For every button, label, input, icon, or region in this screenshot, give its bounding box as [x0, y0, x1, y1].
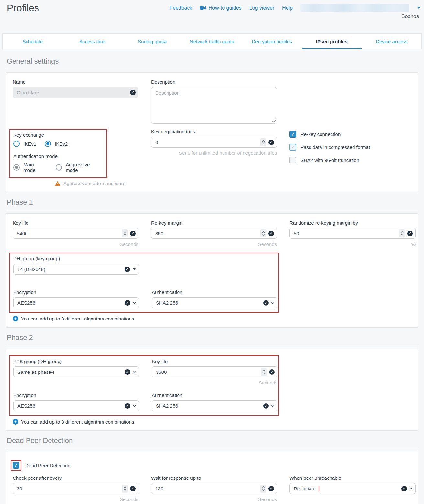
wait-response-group: Wait for response up to 120 Seconds [151, 475, 277, 502]
account-selector[interactable] [300, 4, 409, 12]
radio-aggressive-mode[interactable] [56, 164, 62, 171]
tab-surfing-quota[interactable]: Surfing quota [122, 34, 182, 49]
key-life-unit: Seconds [13, 241, 138, 247]
radio-ikev1[interactable] [13, 141, 20, 147]
checkbox-unchecked-icon [289, 157, 296, 163]
pfs-group-label: PFS group (DH group) [13, 359, 139, 364]
rekey-margin-unit: Seconds [151, 241, 277, 247]
auth-mode-label: Authentication mode [13, 153, 103, 159]
section-title: Phase 1 [6, 198, 418, 210]
pfs-group-value: Same as phase-I [17, 369, 123, 375]
number-stepper[interactable] [260, 229, 266, 237]
check-circle-icon [130, 486, 136, 491]
feedback-link[interactable]: Feedback [169, 5, 192, 11]
tab-ipsec-profiles[interactable]: IPsec profiles [302, 34, 362, 49]
authentication-select[interactable]: SHA2 256 [152, 400, 277, 411]
unreachable-value: Re-initiate [294, 486, 316, 491]
unreachable-group: When peer unreachable Re-initiate [289, 475, 416, 494]
check-circle-icon [130, 90, 136, 95]
tab-decryption-profiles[interactable]: Decryption profiles [242, 34, 302, 49]
plus-circle-icon [13, 316, 18, 321]
rekey-connection-checkbox[interactable]: Re-key connection [289, 131, 416, 138]
sha2-truncation-checkbox[interactable]: SHA2 with 96-bit truncation [289, 157, 416, 163]
key-negotiation-input[interactable]: 0 [151, 137, 277, 148]
help-link[interactable]: Help [282, 5, 293, 11]
annotation-box: Re-initiate [294, 486, 319, 491]
check-circle-icon [130, 231, 136, 236]
key-life-label: Key life [152, 359, 277, 364]
description-textarea[interactable] [151, 87, 277, 124]
add-combination-text: You can add up to 3 different algorithm … [21, 316, 134, 321]
checkbox-unchecked-icon [289, 144, 296, 151]
randomize-input[interactable]: 50 [289, 228, 416, 239]
chevron-down-icon [271, 405, 275, 407]
check-peer-value: 30 [17, 486, 120, 491]
unreachable-select[interactable]: Re-initiate [289, 483, 416, 494]
number-stepper[interactable] [122, 229, 128, 237]
encryption-select[interactable]: AES256 [13, 400, 139, 411]
rekey-margin-value: 360 [155, 231, 258, 236]
key-exchange-group: Key exchange IKEv1 IKEv2 Authentication … [13, 129, 138, 186]
name-input[interactable]: Cloudflare [13, 87, 138, 98]
check-circle-icon [268, 486, 274, 491]
page-header: Profiles Feedback How-to guides Log view… [0, 0, 424, 31]
number-stepper[interactable] [260, 485, 266, 493]
add-combination-note[interactable]: You can add up to 3 different algorithm … [13, 316, 415, 321]
add-combination-note[interactable]: You can add up to 3 different algorithm … [13, 419, 415, 425]
general-settings-card: Name Cloudflare Description [6, 72, 418, 192]
encryption-group: Encryption AES256 [13, 393, 139, 411]
wait-input[interactable]: 120 [151, 483, 277, 494]
wait-unit: Seconds [151, 497, 277, 502]
phase1-section: Phase 1 Key life 5400 Seconds [6, 198, 418, 328]
key-life-value: 5400 [17, 231, 120, 236]
dh-group-value: 14 (DH2048) [17, 267, 122, 272]
tab-network-traffic-quota[interactable]: Network traffic quota [182, 34, 242, 49]
tab-schedule[interactable]: Schedule [3, 34, 62, 49]
encryption-group: Encryption AES256 [13, 289, 139, 308]
compressed-format-label: Pass data in compressed format [300, 144, 370, 150]
check-peer-input[interactable]: 30 [13, 483, 138, 494]
tab-access-time[interactable]: Access time [62, 34, 122, 49]
dh-group-select[interactable]: 14 (DH2048) [13, 264, 139, 275]
encryption-select[interactable]: AES256 [13, 297, 139, 308]
number-stepper[interactable] [122, 485, 128, 493]
howto-guides-link[interactable]: How-to guides [200, 5, 241, 11]
ikev1-label: IKEv1 [23, 141, 36, 147]
name-label: Name [13, 79, 138, 85]
radio-main-mode[interactable] [13, 164, 20, 171]
annotation-box: DH group (key group) 14 (DH2048) Encrypt… [9, 253, 279, 313]
chevron-down-icon [409, 488, 413, 490]
authentication-select[interactable]: SHA2 256 [152, 297, 277, 308]
dpd-checkbox[interactable] [13, 462, 19, 469]
brand-label: Sophos [401, 14, 419, 19]
tab-bar: Schedule Access time Surfing quota Netwo… [2, 33, 422, 49]
rekey-margin-input[interactable]: 360 [151, 228, 277, 239]
number-stepper[interactable] [260, 138, 266, 146]
section-title: General settings [6, 57, 418, 69]
log-viewer-link[interactable]: Log viewer [249, 5, 274, 11]
radio-ikev2[interactable] [45, 141, 51, 147]
chevron-down-icon [133, 405, 136, 407]
wait-value: 120 [155, 486, 258, 491]
chevron-down-icon [133, 371, 136, 373]
caret-down-icon [132, 268, 136, 270]
key-life-input[interactable]: 3600 [152, 366, 277, 377]
add-combination-text: You can add up to 3 different algorithm … [21, 419, 134, 425]
key-life-unit: Seconds [152, 380, 277, 385]
authentication-value: SHA2 256 [156, 300, 261, 306]
name-group: Name Cloudflare [13, 79, 138, 98]
number-stepper[interactable] [261, 368, 267, 376]
number-stepper[interactable] [399, 229, 405, 237]
encryption-value: AES256 [17, 403, 123, 409]
tab-device-access[interactable]: Device access [362, 34, 421, 49]
chevron-down-icon [417, 7, 421, 9]
key-life-input[interactable]: 5400 [13, 228, 138, 239]
key-life-group: Key life 3600 Seconds [152, 359, 277, 385]
general-settings-section: General settings Name Cloudflare Descrip… [6, 57, 418, 192]
description-label: Description [151, 79, 277, 85]
dpd-toggle-label: Dead Peer Detection [25, 463, 70, 468]
key-life-label: Key life [13, 220, 138, 226]
compressed-format-checkbox[interactable]: Pass data in compressed format [289, 144, 416, 151]
pfs-group-select[interactable]: Same as phase-I [13, 366, 139, 377]
checkbox-checked-icon [289, 131, 296, 138]
